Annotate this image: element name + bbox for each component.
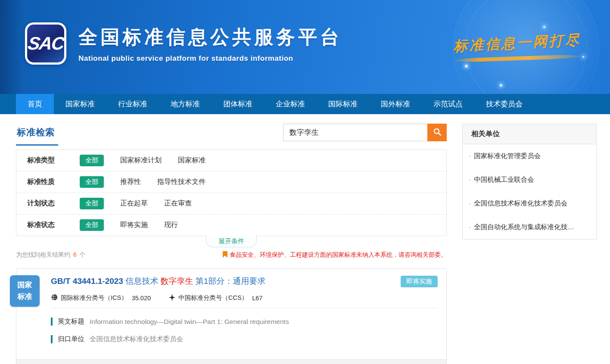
divider: [51, 308, 438, 308]
standard-result-card: 国家 标准 GB/T 43441.1-2023 信息技术 数字孪生 第1部分：通…: [16, 268, 447, 364]
standard-code: GB/T 43441.1-2023: [51, 277, 123, 286]
related-organizations-panel: 相关单位 国家标准化管理委员会 中国机械工业联合会 全国信息技术标准化技术委员会…: [462, 124, 597, 240]
english-title-value: Information technology—Digital twin—Part…: [90, 318, 289, 326]
national-standard-badge: 国家 标准: [10, 275, 40, 307]
filter-label: 标准类型: [27, 156, 67, 165]
ccs-classification: 中国标准分类号（CCS） L67: [169, 294, 262, 302]
sidebar-item-it-standards-committee[interactable]: 全国信息技术标准化技术委员会: [463, 192, 596, 215]
badge-line: 标准: [18, 291, 32, 302]
filter-all-button[interactable]: 全部: [80, 176, 104, 188]
filter-option[interactable]: 正在审查: [164, 199, 192, 208]
card-footer: 发布于 2023-11-27 实施于 2024-06-01: [16, 359, 446, 364]
bookmark-icon: [223, 251, 230, 259]
filter-option[interactable]: 推荐性: [120, 177, 141, 187]
status-badge: 即将实施: [401, 276, 438, 287]
filter-option[interactable]: 现行: [164, 221, 178, 230]
search-input[interactable]: [283, 124, 427, 141]
nav-item-national-standards[interactable]: 国家标准: [54, 94, 106, 114]
filter-panel: 标准类型 全部 国家标准计划 国家标准 标准性质 全部 推荐性 指导性技术文件 …: [16, 149, 447, 236]
ics-label: 国际标准分类号（ICS）: [61, 294, 128, 302]
nav-item-group-standards[interactable]: 团体标准: [212, 94, 264, 114]
ics-value: 35.020: [132, 295, 151, 302]
nav-item-enterprise-standards[interactable]: 企业标准: [264, 94, 317, 114]
nav-item-technical-committees[interactable]: 技术委员会: [474, 94, 534, 114]
filter-option[interactable]: 国家标准计划: [120, 156, 162, 165]
spark-dot: [465, 65, 468, 68]
filter-all-button[interactable]: 全部: [80, 155, 104, 166]
row-marker: [51, 317, 53, 326]
spark-dot: [582, 56, 584, 58]
filter-option[interactable]: 即将实施: [120, 221, 148, 230]
sac-logo-text: SAC: [26, 33, 65, 54]
slogan: 标准信息一网打尽: [453, 34, 581, 60]
nav-item-pilot[interactable]: 示范试点: [422, 94, 474, 114]
results-summary: 为您找到相关结果约 6 个: [16, 251, 86, 259]
row-marker: [51, 335, 53, 343]
filter-label: 标准状态: [27, 221, 67, 230]
badge-line: 国家: [18, 280, 32, 291]
system-notice: 食品安全、环境保护、工程建设方面的国家标准未纳入本系统，请咨询相关部委。: [223, 251, 447, 259]
standard-title-part: 信息技术: [125, 277, 158, 286]
sidebar-item-machinery-federation[interactable]: 中国机械工业联合会: [463, 168, 596, 192]
sidebar-item-sac[interactable]: 国家标准化管理委员会: [463, 144, 596, 168]
standard-title-part: 第1部分：通用要求: [196, 277, 266, 286]
english-title-label: 英文标题: [58, 317, 84, 326]
english-title-row: 英文标题 Information technology—Digital twin…: [51, 317, 438, 326]
header-banner: SAC 全国标准信息公共服务平台 National public service…: [0, 0, 610, 94]
committee-label: 归口单位: [58, 335, 84, 344]
nav-item-local-standards[interactable]: 地方标准: [159, 94, 212, 114]
filter-option[interactable]: 国家标准: [178, 156, 205, 165]
ccs-label: 中国标准分类号（CCS）: [178, 294, 248, 302]
tab-standard-search[interactable]: 标准检索: [16, 124, 58, 146]
committee-row: 归口单位 全国信息技术标准化技术委员会: [51, 335, 438, 344]
search-icon: [433, 128, 442, 137]
expand-conditions-button[interactable]: 展开条件: [206, 236, 257, 247]
filter-row-plan-status: 计划状态 全部 正在起草 正在审查: [16, 193, 446, 214]
filter-label: 计划状态: [27, 199, 67, 208]
filter-row-standard-status: 标准状态 全部 即将实施 现行: [16, 214, 446, 236]
spark-dot: [543, 26, 545, 28]
compass-icon: [169, 294, 178, 302]
committee-value: 全国信息技术标准化技术委员会: [90, 335, 183, 344]
filter-row-standard-nature: 标准性质 全部 推荐性 指导性技术文件: [16, 171, 446, 193]
site-subtitle: National public service platform for sta…: [78, 54, 342, 63]
spark-dot: [500, 84, 502, 87]
sac-logo[interactable]: SAC: [25, 22, 66, 65]
notice-text: 食品安全、环境保护、工程建设方面的国家标准未纳入本系统，请咨询相关部委。: [230, 251, 447, 259]
sidebar-item-automation-committee[interactable]: 全国自动化系统与集成标准化技…: [463, 215, 596, 239]
nav-item-industry-standards[interactable]: 行业标准: [106, 94, 159, 114]
standard-title-link[interactable]: GB/T 43441.1-2023 信息技术 数字孪生 第1部分：通用要求: [51, 276, 265, 287]
nav-item-foreign-standards[interactable]: 国外标准: [369, 94, 422, 114]
nav-item-international-standards[interactable]: 国际标准: [317, 94, 369, 114]
results-count: 6: [72, 251, 78, 258]
ics-classification: 国际标准分类号（ICS） 35.020: [51, 294, 151, 302]
main-nav: 首页 国家标准 行业标准 地方标准 团体标准 企业标准 国际标准 国外标准 示范…: [0, 94, 610, 114]
filter-option[interactable]: 指导性技术文件: [157, 177, 205, 187]
summary-prefix: 为您找到相关结果约: [16, 251, 70, 258]
filter-label: 标准性质: [27, 177, 67, 187]
filter-row-standard-type: 标准类型 全部 国家标准计划 国家标准: [16, 150, 446, 171]
panel-title: 相关单位: [463, 124, 596, 144]
filter-option[interactable]: 正在起草: [120, 199, 148, 208]
search-button[interactable]: [427, 124, 447, 141]
slogan-text: 标准信息一网打尽: [453, 30, 581, 56]
nav-item-home[interactable]: 首页: [16, 94, 54, 114]
globe-icon: [51, 294, 61, 302]
site-title: 全国标准信息公共服务平台: [78, 25, 342, 50]
ccs-value: L67: [252, 295, 262, 302]
standard-title-highlight: 数字孪生: [161, 277, 193, 286]
filter-all-button[interactable]: 全部: [80, 198, 104, 209]
filter-all-button[interactable]: 全部: [80, 219, 104, 231]
summary-suffix: 个: [80, 251, 86, 258]
